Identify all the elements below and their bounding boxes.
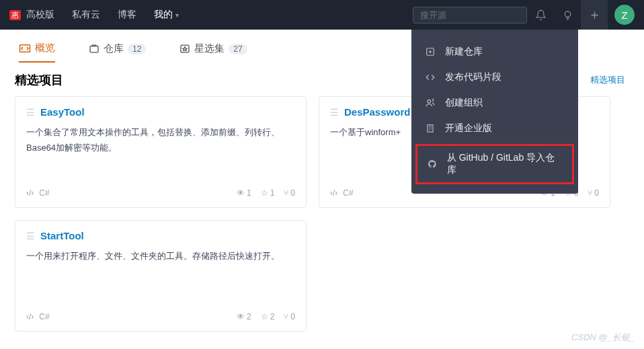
watermark: CSDN @_长银_ <box>571 332 635 344</box>
project-card: ☰ EasyTool 一个集合了常用文本操作的工具，包括替换、添加前缀、列转行、… <box>15 96 307 208</box>
github-icon <box>427 159 438 169</box>
fork-icon: ⑂ <box>588 188 592 198</box>
dropdown-label: 从 GitHub / GitLab 导入仓库 <box>447 152 563 176</box>
stars-stat: ☆1 <box>261 188 275 198</box>
drag-icon[interactable]: ☰ <box>26 108 35 117</box>
bulb-icon[interactable] <box>554 0 581 30</box>
users-icon <box>425 98 436 108</box>
topbar: 惠 高校版 私有云 博客 我的▾ Z <box>0 0 644 30</box>
dropdown-label: 发布代码片段 <box>445 71 501 83</box>
dropdown-label: 开通企业版 <box>445 122 492 134</box>
project-desc: 一个集合了常用文本操作的工具，包括替换、添加前缀、列转行、Base64加解密等功… <box>26 124 295 188</box>
dropdown-new-repo[interactable]: 新建仓库 <box>411 39 578 65</box>
project-title[interactable]: EasyTool <box>40 106 85 118</box>
code-icon: ‹/› <box>26 188 34 198</box>
code-icon: ‹/› <box>330 188 337 198</box>
tab-label: 仓库 <box>104 42 124 55</box>
search-box <box>413 7 527 24</box>
eye-icon: 👁 <box>237 312 245 321</box>
code-icon: ‹/› <box>26 312 34 321</box>
nav-mine[interactable]: 我的▾ <box>154 9 179 21</box>
drag-icon[interactable]: ☰ <box>26 231 35 241</box>
tab-label: 星选集 <box>194 42 225 55</box>
overview-icon <box>19 44 31 53</box>
promo-badge: 惠 <box>9 10 21 20</box>
star-collection-icon <box>179 44 190 54</box>
section-title: 精选项目 <box>15 72 63 88</box>
avatar[interactable]: Z <box>614 5 635 25</box>
building-icon <box>425 124 436 133</box>
forks-stat: ⑂0 <box>284 188 295 198</box>
search-input[interactable] <box>413 7 527 24</box>
project-lang: ‹/› C# <box>330 188 354 198</box>
star-icon: ☆ <box>261 188 268 198</box>
nav-campus[interactable]: 高校版 <box>26 9 54 21</box>
project-title[interactable]: StartTool <box>40 230 84 241</box>
tab-repos[interactable]: 仓库 12 <box>89 42 146 62</box>
stars-stat: ☆2 <box>261 312 275 321</box>
svg-rect-2 <box>90 46 98 52</box>
tab-count: 27 <box>229 44 247 54</box>
fork-icon: ⑂ <box>284 188 288 198</box>
star-icon: ☆ <box>261 312 268 321</box>
tab-starred[interactable]: 星选集 27 <box>179 42 247 62</box>
dropdown-new-snippet[interactable]: 发布代码片段 <box>411 65 578 90</box>
forks-stat: ⑂0 <box>588 188 599 198</box>
project-lang: ‹/› C# <box>26 188 50 198</box>
chevron-down-icon: ▾ <box>175 11 179 19</box>
plus-box-icon <box>425 47 436 56</box>
tab-label: 概览 <box>35 42 55 54</box>
eye-icon: 👁 <box>237 188 245 198</box>
project-desc: 一个用来打开程序、文件、文件夹的工具。存储路径后快速打开。 <box>26 248 295 312</box>
section-link[interactable]: 精选项目 <box>590 74 625 86</box>
dropdown-new-org[interactable]: 创建组织 <box>411 90 578 116</box>
tab-count: 12 <box>128 44 146 54</box>
project-card: ☰ StartTool 一个用来打开程序、文件、文件夹的工具。存储路径后快速打开… <box>15 220 307 332</box>
topbar-actions: Z <box>527 0 635 30</box>
create-dropdown: 新建仓库 发布代码片段 创建组织 开通企业版 从 GitHub / GitLab… <box>411 30 578 194</box>
svg-point-5 <box>428 100 431 103</box>
fork-icon: ⑂ <box>284 312 288 321</box>
bell-icon[interactable] <box>527 0 554 30</box>
code-icon <box>425 73 436 82</box>
views-stat: 👁1 <box>237 188 251 198</box>
forks-stat: ⑂0 <box>284 312 295 321</box>
nav-blog[interactable]: 博客 <box>118 9 136 21</box>
dropdown-label: 新建仓库 <box>445 46 483 58</box>
drag-icon[interactable]: ☰ <box>330 108 339 117</box>
dropdown-import-repo[interactable]: 从 GitHub / GitLab 导入仓库 <box>415 144 574 184</box>
svg-rect-6 <box>428 125 433 132</box>
project-lang: ‹/› C# <box>26 312 50 321</box>
svg-point-0 <box>565 11 571 16</box>
tab-overview[interactable]: 概览 <box>19 42 55 63</box>
dropdown-label: 创建组织 <box>445 97 483 109</box>
dropdown-enterprise[interactable]: 开通企业版 <box>411 116 578 141</box>
views-stat: 👁2 <box>237 312 251 321</box>
plus-button[interactable] <box>581 0 608 30</box>
project-title[interactable]: DesPassword <box>344 106 410 118</box>
nav-private-cloud[interactable]: 私有云 <box>72 9 100 21</box>
repo-icon <box>89 44 99 54</box>
